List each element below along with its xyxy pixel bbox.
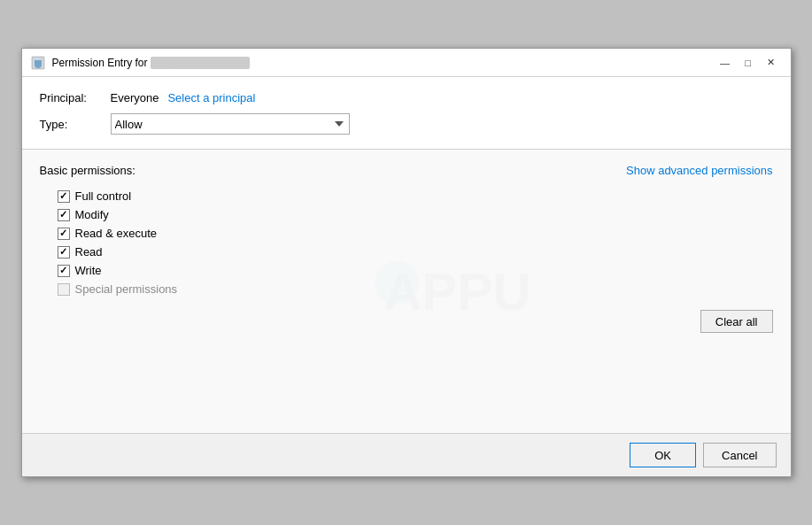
label-special-permissions: Special permissions: [75, 282, 178, 296]
checkbox-write[interactable]: [58, 265, 70, 277]
checkbox-modify[interactable]: [58, 209, 70, 221]
select-principal-link[interactable]: Select a principal: [167, 91, 255, 104]
label-modify: Modify: [75, 208, 109, 221]
clear-all-area: Clear all: [40, 310, 773, 333]
maximize-button[interactable]: □: [738, 54, 759, 72]
dialog-icon: [31, 56, 45, 70]
checkbox-read-execute[interactable]: [58, 228, 70, 240]
show-advanced-permissions-link[interactable]: Show advanced permissions: [626, 164, 772, 177]
checkbox-read[interactable]: [58, 246, 70, 259]
label-read: Read: [75, 245, 103, 259]
title-bar: Permission Entry for ■■■ ■■■■■■■■■■■■ — …: [22, 49, 791, 77]
clear-all-button[interactable]: Clear all: [700, 310, 773, 333]
permission-item-write: Write: [58, 264, 773, 277]
permission-item-special: Special permissions: [58, 282, 773, 296]
principal-type-section: Principal: Everyone Select a principal T…: [22, 77, 791, 150]
permission-list: Full control Modify Read & execute Read …: [58, 189, 773, 296]
permission-item-read: Read: [58, 245, 773, 259]
dialog-footer: OK Cancel: [22, 433, 791, 476]
type-label: Type:: [40, 118, 111, 131]
checkbox-special-permissions: [58, 283, 70, 296]
principal-value: Everyone: [111, 91, 159, 104]
label-read-execute: Read & execute: [75, 227, 158, 240]
dialog-title: Permission Entry for ■■■ ■■■■■■■■■■■■: [52, 57, 250, 69]
label-full-control: Full control: [75, 189, 132, 203]
type-select[interactable]: Allow Deny: [111, 113, 350, 135]
close-button[interactable]: ✕: [761, 54, 782, 72]
permission-item-full-control: Full control: [58, 189, 773, 203]
principal-row: Principal: Everyone Select a principal: [40, 91, 773, 104]
permission-item-modify: Modify: [58, 208, 773, 221]
cancel-button[interactable]: Cancel: [703, 443, 776, 467]
checkbox-full-control[interactable]: [58, 190, 70, 203]
permissions-title: Basic permissions:: [40, 164, 135, 177]
permission-entry-dialog: Permission Entry for ■■■ ■■■■■■■■■■■■ — …: [21, 48, 792, 477]
title-bar-controls: — □ ✕: [715, 54, 782, 72]
permissions-header: Basic permissions: Show advanced permiss…: [40, 164, 773, 177]
permissions-section: APPUALS Basic permissions: Show advanced…: [22, 150, 791, 433]
label-write: Write: [75, 264, 102, 277]
title-bar-left: Permission Entry for ■■■ ■■■■■■■■■■■■: [31, 56, 250, 70]
principal-label: Principal:: [40, 91, 111, 104]
ok-button[interactable]: OK: [630, 443, 696, 467]
permission-item-read-execute: Read & execute: [58, 227, 773, 240]
type-row: Type: Allow Deny: [40, 113, 773, 135]
minimize-button[interactable]: —: [715, 54, 736, 72]
